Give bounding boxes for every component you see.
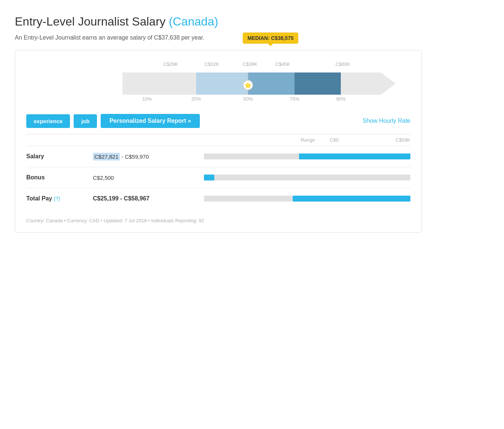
subtitle: An Entry-Level Journalist earns an avera… [15,34,422,41]
salary-high: - C$59,970 [121,153,149,160]
scale-label-32k: C$32K [204,61,219,67]
salary-bar [204,153,410,160]
pct-labels-row: 10% 25% 50% 75% 90% [122,96,396,107]
range-header-values: C$0 C$59K [322,137,410,143]
footer-meta: Country: Canada • Currency: CAD • Update… [26,215,410,223]
totalpay-value: C$25,199 - C$58,967 [93,195,204,202]
range-c59k: C$59K [396,137,410,143]
buttons-row: experience job Personalized Salary Repor… [26,114,410,128]
main-container: Entry-Level Journalist Salary (Canada) A… [15,15,422,233]
totalpay-row: Total Pay (?) C$25,199 - C$58,967 [26,188,410,209]
personalized-report-button[interactable]: Personalized Salary Report » [101,114,200,128]
page-title: Entry-Level Journalist Salary (Canada) [15,15,422,28]
title-plain: Entry-Level Journalist Salary [15,15,165,28]
pct-10: 10% [142,96,152,102]
bar-seg-50-75 [248,72,294,95]
help-link[interactable]: (?) [54,196,60,202]
median-star: ⭐ [243,80,253,90]
salary-low: C$27,821 [93,153,120,161]
totalpay-label: Total Pay (?) [26,195,93,202]
bonus-bar-bg [204,175,410,180]
scale-label-28k: C$28K [164,61,178,67]
totalpay-range: C$25,199 - C$58,967 [93,195,149,202]
bonus-bar [204,174,410,181]
show-hourly-rate-link[interactable]: Show Hourly Rate [363,118,410,124]
bar-chart-area: MEDIAN: C$38,575 ⭐ 10% 25% 50% 75% 90% [122,72,396,107]
pct-25: 25% [191,96,201,102]
scale-label-60k: C$60K [336,61,350,67]
scale-label-45k: C$45K [275,61,290,67]
scale-label-39k: C$39K [243,61,258,67]
salary-card: C$28K C$32K C$39K C$45K C$60K MEDIAN: C [15,50,422,233]
range-header-row: Range C$0 C$59K [26,134,410,146]
totalpay-bar [204,195,410,202]
median-tooltip: MEDIAN: C$38,575 [243,33,299,44]
title-location: (Canada) [169,15,218,28]
salary-value: C$27,821 - C$59,970 [93,153,204,160]
totalpay-bar-fill [293,196,410,202]
pct-75: 75% [290,96,299,102]
bar-seg-75-90 [295,72,341,95]
scale-labels-row: C$28K C$32K C$39K C$45K C$60K [122,61,396,71]
salary-row: Salary C$27,821 - C$59,970 [26,146,410,167]
bonus-row: Bonus C$2,500 [26,167,410,188]
bar-arrow: MEDIAN: C$38,575 ⭐ [122,72,396,95]
range-header-label: Range [204,137,322,143]
bonus-bar-fill [204,175,214,180]
pct-90: 90% [336,96,346,102]
salary-bar-fill [299,153,410,159]
job-button[interactable]: job [74,114,97,128]
bar-seg-25-50 [196,72,248,95]
pct-50: 50% [243,96,253,102]
bonus-amount: C$2,500 [93,175,114,181]
bonus-label: Bonus [26,174,93,181]
median-label: MEDIAN: C$38,575 [248,35,294,41]
range-c0: C$0 [330,137,339,143]
experience-button[interactable]: experience [26,114,70,128]
bonus-value: C$2,500 [93,175,204,181]
salary-label: Salary [26,153,93,160]
